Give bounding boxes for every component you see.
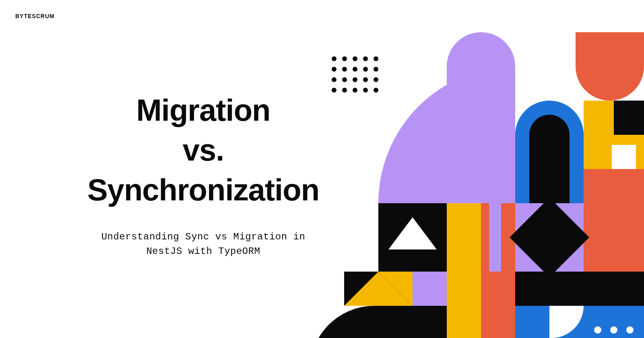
subtitle: Understanding Sync vs Migration in NestJ… — [58, 230, 348, 259]
shape-purple-quarter — [378, 66, 515, 203]
shape-black-arch — [529, 115, 570, 203]
shape-orange-half — [576, 32, 644, 101]
page-title: Migration vs. Synchronization — [58, 91, 348, 210]
shape-purple-stripe — [489, 203, 501, 272]
shape-black-quarter — [310, 306, 447, 338]
shape-white-triangle — [388, 217, 437, 249]
shape-yellow-small — [447, 272, 481, 306]
shape-orange-block — [584, 169, 644, 272]
title-line-3: Synchronization — [87, 173, 319, 207]
brand-label: BYTESCRUM — [15, 13, 55, 19]
shape-yellow-stripe — [447, 203, 481, 272]
shape-orange-bottom — [481, 306, 515, 338]
shape-blue-dots-panel — [584, 306, 644, 338]
shape-white-square — [612, 145, 636, 169]
shape-yellow-triangle-up — [344, 272, 413, 306]
title-line-2: vs. — [183, 133, 224, 167]
title-line-1: Migration — [136, 93, 270, 127]
subtitle-line-2: NestJS with TypeORM — [146, 246, 260, 257]
shape-black-corner — [614, 101, 644, 135]
shape-black-right — [584, 272, 644, 306]
shape-yellow-bottom — [447, 306, 481, 338]
geometric-illustration — [338, 32, 644, 338]
main-content: Migration vs. Synchronization Understand… — [58, 91, 348, 259]
shape-orange-small — [481, 272, 515, 306]
shape-black-bottom — [515, 272, 584, 306]
subtitle-line-1: Understanding Sync vs Migration in — [101, 231, 305, 242]
